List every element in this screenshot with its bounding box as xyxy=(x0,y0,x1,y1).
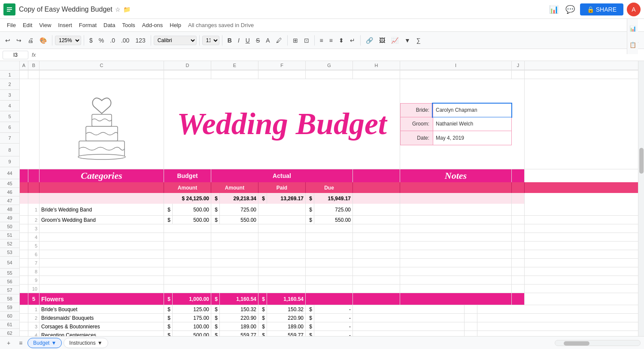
row-7-headers: Categories Budget Actual Notes xyxy=(20,169,638,182)
row-47: 4 xyxy=(20,233,638,242)
paint-format-button[interactable]: 🎨 xyxy=(37,35,49,46)
cell-G1[interactable] xyxy=(306,70,353,79)
formula-input[interactable]: Carolyn Chapman xyxy=(39,51,641,59)
align-left-button[interactable]: ≡ xyxy=(317,35,326,46)
zoom-select[interactable]: 125% xyxy=(55,36,81,45)
borders-button[interactable]: ⊞ xyxy=(290,35,301,46)
cell-C8 xyxy=(39,182,164,193)
col-header-H[interactable]: H xyxy=(353,61,400,70)
h-scrollbar-thumb[interactable] xyxy=(564,341,589,346)
col-header-A[interactable]: A xyxy=(20,61,28,70)
cell-C1[interactable] xyxy=(39,70,164,79)
cell-C44[interactable]: Bride's Wedding Band xyxy=(39,204,164,215)
align-center-button[interactable]: ≡ xyxy=(327,35,335,46)
col-header-C[interactable]: C xyxy=(39,61,164,70)
text-color-button[interactable]: A xyxy=(263,35,272,46)
strikethrough-button[interactable]: S xyxy=(253,35,262,46)
actual-header: Actual xyxy=(211,169,353,182)
col-header-G[interactable]: G xyxy=(306,61,353,70)
row-num-44: 44 xyxy=(0,167,19,179)
cell-H1[interactable] xyxy=(353,70,400,79)
avatar[interactable]: A xyxy=(627,3,641,16)
title-bar: Copy of Easy Wedding Budget ☆ 📁 📊 💬 🔒 SH… xyxy=(0,0,644,19)
cell-B1[interactable] xyxy=(28,70,39,79)
cell-I1[interactable] xyxy=(400,70,512,79)
col-header-B[interactable]: B xyxy=(28,61,39,70)
add-sheet-button[interactable]: + xyxy=(3,338,14,348)
menu-edit[interactable]: Edit xyxy=(19,20,36,30)
chart-button[interactable]: 📈 xyxy=(389,35,401,46)
share-button[interactable]: 🔒 SHARE xyxy=(580,3,623,15)
explore-icon[interactable]: 📊 xyxy=(547,3,560,16)
menu-format[interactable]: Format xyxy=(76,20,100,30)
cell-B44: 1 xyxy=(28,204,39,215)
cell-J7 xyxy=(512,169,525,182)
highlight-button[interactable]: 🖊 xyxy=(273,35,285,46)
menu-help[interactable]: Help xyxy=(166,20,185,30)
menu-addons[interactable]: Add-ons xyxy=(139,20,166,30)
currency-button[interactable]: $ xyxy=(87,35,95,46)
scrollbar-thumb[interactable] xyxy=(639,148,644,174)
underline-button[interactable]: U xyxy=(243,35,252,46)
col-header-J[interactable]: J xyxy=(512,61,525,70)
print-button[interactable]: 🖨 xyxy=(25,35,36,46)
groom-value[interactable]: Nathaniel Welch xyxy=(433,117,511,131)
menu-view[interactable]: View xyxy=(36,20,55,30)
explore-side-button[interactable]: 📊 xyxy=(626,21,640,35)
comment-icon[interactable]: 💬 xyxy=(564,3,577,16)
budget-tab[interactable]: Budget ▼ xyxy=(27,338,62,348)
row-num-1: 1 xyxy=(0,70,19,79)
cell-D1[interactable] xyxy=(164,70,211,79)
decimal-inc-button[interactable]: .00 xyxy=(118,35,132,46)
due-total: 15,949.17 xyxy=(314,193,353,204)
filter-button[interactable]: ▼ xyxy=(402,35,413,46)
format-num-button[interactable]: 123 xyxy=(133,35,148,46)
row-num-53: 53 xyxy=(0,248,19,257)
instructions-tab[interactable]: Instructions ▼ xyxy=(64,338,108,348)
merge-button[interactable]: ⊡ xyxy=(301,35,312,46)
cell-H45 xyxy=(353,216,400,224)
menu-insert[interactable]: Insert xyxy=(55,20,76,30)
col-header-D[interactable]: D xyxy=(164,61,211,70)
menu-data[interactable]: Data xyxy=(100,20,118,30)
svg-point-7 xyxy=(78,154,125,159)
date-value[interactable]: May 4, 2019 xyxy=(433,131,511,145)
col-header-I[interactable]: I xyxy=(400,61,512,70)
valign-button[interactable]: ⬍ xyxy=(336,35,346,46)
redo-button[interactable]: ↪ xyxy=(14,35,24,46)
top-actions: 📊 💬 🔒 SHARE A xyxy=(547,3,641,16)
menu-tools[interactable]: Tools xyxy=(118,20,138,30)
cell-C45[interactable]: Groom's Wedding Band xyxy=(39,216,164,224)
star-icon[interactable]: ☆ xyxy=(115,6,121,13)
autosave-status: All changes saved in Drive xyxy=(188,22,254,28)
cell-reference-input[interactable] xyxy=(3,51,28,59)
vertical-scrollbar[interactable] xyxy=(638,61,644,336)
sheet-list-button[interactable]: ≡ xyxy=(15,338,26,348)
cell-E1[interactable] xyxy=(211,70,258,79)
row-48: 5 xyxy=(20,242,638,250)
folder-icon[interactable]: 📁 xyxy=(123,6,131,13)
col-header-E[interactable]: E xyxy=(211,61,258,70)
horizontal-scrollbar[interactable] xyxy=(555,340,641,346)
undo-button[interactable]: ↩ xyxy=(3,35,13,46)
menu-file[interactable]: File xyxy=(3,20,19,30)
form-side-button[interactable]: 📋 xyxy=(626,38,640,52)
font-size-select[interactable]: 11 xyxy=(202,36,219,45)
font-select[interactable]: Calibri xyxy=(154,36,197,45)
cell-J1[interactable] xyxy=(512,70,525,79)
italic-button[interactable]: I xyxy=(235,35,242,46)
bold-button[interactable]: B xyxy=(225,35,234,46)
wedding-header-section: Wedding Budget Bride: Carolyn Chapman Gr… xyxy=(20,79,638,169)
percent-button[interactable]: % xyxy=(96,35,106,46)
cell-J-header xyxy=(512,79,525,169)
decimal-dec-button[interactable]: .0 xyxy=(107,35,118,46)
cell-A1[interactable] xyxy=(20,70,28,79)
col-header-F[interactable]: F xyxy=(258,61,306,70)
bride-value[interactable]: Carolyn Chapman xyxy=(433,104,511,117)
wrap-button[interactable]: ↵ xyxy=(347,35,358,46)
image-button[interactable]: 🖼 xyxy=(377,35,388,46)
function-button[interactable]: ∑ xyxy=(414,35,423,46)
link-button[interactable]: 🔗 xyxy=(363,35,376,46)
cell-F1[interactable] xyxy=(258,70,306,79)
cell-D45-amt: 500.00 xyxy=(173,216,211,224)
